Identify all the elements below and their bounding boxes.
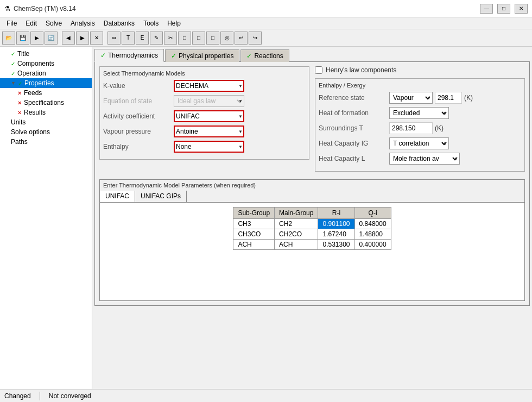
content-area: ✓ Thermodynamics ✓ Physical properties ✓… xyxy=(92,47,532,389)
henrys-law-checkbox[interactable] xyxy=(315,66,322,74)
col-sub-group: Sub-Group xyxy=(233,208,275,219)
heat-capacity-l-select[interactable]: Mole fraction av Polynomial xyxy=(389,153,460,165)
cell-main-group[interactable]: ACH xyxy=(275,240,318,250)
tab-reactions[interactable]: ✓ Reactions xyxy=(240,49,289,62)
toolbar-forward[interactable]: ▶ xyxy=(76,32,89,45)
sidebar-item-title[interactable]: ✓ Title xyxy=(0,49,92,59)
surroundings-t-label: Surroundings T xyxy=(319,124,389,132)
toolbar-open[interactable]: 📂 xyxy=(2,32,15,45)
heat-formation-select[interactable]: Excluded Included xyxy=(389,107,449,119)
check-icon: ✓ xyxy=(18,80,22,86)
toolbar-cancel[interactable]: ✕ xyxy=(90,32,103,45)
heat-capacity-ig-select[interactable]: T correlation Polynomial xyxy=(389,137,449,149)
sidebar-item-specifications-label: Specifications xyxy=(24,99,64,106)
tab-thermodynamics[interactable]: ✓ Thermodynamics xyxy=(94,49,164,62)
menu-edit[interactable]: Edit xyxy=(21,18,41,28)
param-tab-unifac[interactable]: UNIFAC xyxy=(100,191,135,202)
enthalpy-exergy-group: Enthalpy / Exergy Reference state Vapour… xyxy=(315,78,525,172)
toolbar-enum[interactable]: E xyxy=(136,32,149,45)
toolbar-b3[interactable]: □ xyxy=(206,32,219,45)
cell-main-group[interactable]: CH2CO xyxy=(275,229,318,240)
menu-bar: File Edit Solve Analysis Databanks Tools… xyxy=(0,17,532,29)
reference-state-row: Reference state Vapour Liquid 298.1 (K) xyxy=(319,92,521,104)
heat-capacity-l-row: Heat Capacity L Mole fraction av Polynom… xyxy=(319,153,521,165)
toolbar-refresh[interactable]: 🔄 xyxy=(45,32,58,45)
henrys-law-label: Henry's law components xyxy=(326,66,396,74)
kvalue-select[interactable]: DECHEMA UNIFAC NRTL xyxy=(174,80,244,92)
reference-temp-unit: (K) xyxy=(464,94,473,102)
surroundings-t-input[interactable]: 298.150 xyxy=(389,122,433,134)
table-row: ACH ACH 0.531300 0.400000 xyxy=(233,240,391,250)
eos-row: Equation of state Ideal gas law xyxy=(103,95,306,107)
maximize-button[interactable]: □ xyxy=(497,4,510,14)
x-icon: ✕ xyxy=(17,110,22,116)
check-icon: ✓ xyxy=(11,61,15,67)
sidebar-item-results-label: Results xyxy=(24,109,46,116)
tab-physical-properties[interactable]: ✓ Physical properties xyxy=(165,49,239,62)
vapour-pressure-label: Vapour pressure xyxy=(103,128,174,135)
cell-qi[interactable]: 0.848000 xyxy=(354,219,391,229)
toolbar-run[interactable]: ▶ xyxy=(30,32,43,45)
vapour-pressure-row: Vapour pressure Antoine Wagner xyxy=(103,125,306,137)
toolbar-back[interactable]: ◀ xyxy=(62,32,75,45)
menu-analysis[interactable]: Analysis xyxy=(66,18,99,28)
menu-databanks[interactable]: Databanks xyxy=(99,18,139,28)
heat-formation-row: Heat of formation Excluded Included xyxy=(319,107,521,119)
close-button[interactable]: ✕ xyxy=(515,4,528,14)
toolbar-exchange[interactable]: ⇔ xyxy=(107,32,121,45)
vapour-pressure-select[interactable]: Antoine Wagner xyxy=(174,125,244,137)
toolbar-save[interactable]: 💾 xyxy=(16,32,29,45)
toolbar-redo[interactable]: ↪ xyxy=(249,32,262,45)
kvalue-row: K-value DECHEMA UNIFAC NRTL xyxy=(103,80,306,92)
reference-temp-input[interactable]: 298.1 xyxy=(435,92,462,104)
kvalue-label: K-value xyxy=(103,82,174,90)
cell-qi[interactable]: 1.48800 xyxy=(354,229,391,240)
activity-select[interactable]: UNIFAC NRTL xyxy=(174,110,244,122)
sidebar-item-units-label: Units xyxy=(11,118,26,126)
sidebar-item-components-label: Components xyxy=(17,60,54,67)
toolbar-edit[interactable]: ✎ xyxy=(150,32,163,45)
cell-sub-group[interactable]: ACH xyxy=(233,240,275,250)
cell-qi[interactable]: 0.400000 xyxy=(354,240,391,250)
toolbar-b2[interactable]: □ xyxy=(192,32,205,45)
heat-capacity-l-label: Heat Capacity L xyxy=(319,155,389,162)
sidebar-item-solve-options[interactable]: Solve options xyxy=(0,127,92,137)
cell-ri[interactable]: 0.531300 xyxy=(318,240,354,250)
cell-main-group[interactable]: CH2 xyxy=(275,219,318,229)
minimize-button[interactable]: — xyxy=(480,4,493,14)
sidebar-item-specifications[interactable]: ✕ Specifications xyxy=(0,98,92,108)
reference-state-select[interactable]: Vapour Liquid xyxy=(389,92,433,104)
status-bar: Changed Not converged xyxy=(0,389,532,402)
tab-bar: ✓ Thermodynamics ✓ Physical properties ✓… xyxy=(94,49,530,62)
toolbar-cut[interactable]: ✂ xyxy=(164,32,177,45)
cell-ri[interactable]: 1.67240 xyxy=(318,229,354,240)
toolbar-undo[interactable]: ↩ xyxy=(235,32,248,45)
x-icon: ✕ xyxy=(17,100,22,106)
cell-sub-group[interactable]: CH3 xyxy=(233,219,275,229)
menu-solve[interactable]: Solve xyxy=(41,18,66,28)
cell-ri-selected[interactable]: 0.901100 xyxy=(318,219,354,229)
status-right: Not converged xyxy=(49,392,91,400)
cell-sub-group[interactable]: CH3CO xyxy=(233,229,275,240)
sidebar-item-properties[interactable]: ▼ ✓ Properties xyxy=(0,78,92,88)
menu-help[interactable]: Help xyxy=(163,18,185,28)
sidebar-item-solve-options-label: Solve options xyxy=(11,128,50,136)
sidebar-item-units[interactable]: Units xyxy=(0,117,92,127)
sidebar-item-paths[interactable]: Paths xyxy=(0,137,92,147)
sidebar-item-results[interactable]: ✕ Results xyxy=(0,108,92,117)
param-tab-unifac-gips[interactable]: UNIFAC GIPs xyxy=(135,191,187,202)
enthalpy-select[interactable]: None UNIFAC xyxy=(174,141,244,153)
toolbar-target[interactable]: ◎ xyxy=(220,32,233,45)
sidebar-item-feeds[interactable]: ✕ Feeds xyxy=(0,88,92,98)
toolbar-text[interactable]: T xyxy=(122,32,135,45)
sidebar-item-components[interactable]: ✓ Components xyxy=(0,59,92,68)
menu-tools[interactable]: Tools xyxy=(139,18,163,28)
param-content: Sub-Group Main-Group R-i Q-i CH3 CH2 0.9… xyxy=(100,203,524,300)
sidebar-item-operation[interactable]: ✓ Operation xyxy=(0,68,92,78)
menu-file[interactable]: File xyxy=(2,18,21,28)
tab-thermodynamics-label: Thermodynamics xyxy=(108,52,158,59)
toolbar-b1[interactable]: □ xyxy=(178,32,191,45)
activity-label: Activity coefficient xyxy=(103,112,174,120)
eos-select-wrapper: Ideal gas law xyxy=(174,95,244,107)
param-tab-bar: UNIFAC UNIFAC GIPs xyxy=(100,191,524,203)
